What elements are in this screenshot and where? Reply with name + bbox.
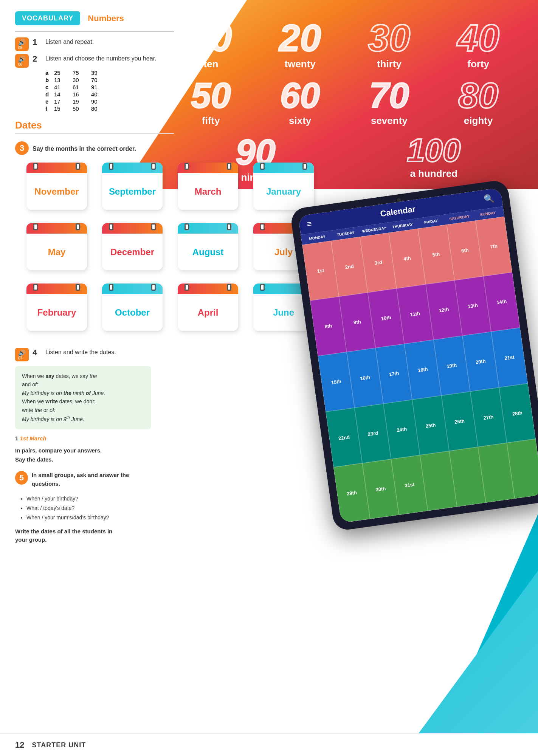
- cal-ring: [33, 163, 38, 170]
- write-instructions: Write the dates of all the students in y…: [15, 527, 151, 544]
- ex2-num: 2: [33, 54, 42, 64]
- dates-divider: [15, 133, 174, 134]
- month-january: January: [253, 163, 314, 210]
- table-row: f 15 50 80: [45, 105, 523, 112]
- ex5-questions: When / your birthday? What / today's dat…: [26, 494, 151, 523]
- exercise-5-section: 5 In small groups, ask and answer the qu…: [15, 471, 151, 544]
- ex2-text: Listen and choose the numbers you hear.: [45, 54, 157, 62]
- exercise-4-section: 🔊07 4 Listen and write the dates. When w…: [15, 348, 523, 544]
- table-row: d 14 16 40: [45, 91, 523, 98]
- cal-ring: [76, 163, 80, 170]
- ex1-text: Listen and repeat.: [45, 37, 94, 45]
- month-october: October: [102, 284, 163, 331]
- page-number: 12: [15, 740, 24, 750]
- vocab-header: VOCABULARY Numbers: [15, 11, 523, 25]
- list-item: When / your mum's/dad's birthday?: [26, 513, 151, 522]
- day-monday: MONDAY: [302, 232, 332, 242]
- tablet-device: ≡ Calendar 🔍 MONDAY TUESDAY WEDNESDAY TH…: [311, 193, 538, 533]
- dates-header: Dates: [15, 119, 523, 131]
- month-may: May: [26, 223, 87, 270]
- exercise-5-row: 5 In small groups, ask and answer the qu…: [15, 471, 151, 491]
- tablet-body: ≡ Calendar 🔍 MONDAY TUESDAY WEDNESDAY TH…: [290, 179, 538, 531]
- vocab-divider: [15, 31, 174, 32]
- exercise-2-row: 🔊06 2 Listen and choose the numbers you …: [15, 54, 523, 68]
- month-march: March: [178, 163, 238, 210]
- list-item: When / your birthday?: [26, 494, 151, 503]
- table-row: c 41 61 91: [45, 84, 523, 90]
- ex1-num: 1: [33, 37, 42, 47]
- numbers-table: a 25 75 39 b 13 30 70 c 41 61 91 d 14 16…: [45, 70, 523, 112]
- search-icon[interactable]: 🔍: [483, 193, 495, 204]
- pair-instructions: In pairs, compare your answers. Say the …: [15, 446, 151, 464]
- table-row: a 25 75 39: [45, 70, 523, 76]
- exercise-3-row: 3 Say the months in the correct order.: [15, 141, 523, 155]
- calendar-grid: 1st 2nd 3rd 4th 5th 6th 7th 8th 9th 10th…: [302, 216, 538, 523]
- ex3-text: Say the months in the correct order.: [33, 144, 136, 152]
- exercise-1-row: 🔊05 1 Listen and repeat.: [15, 37, 523, 51]
- speaker-icon-1[interactable]: 🔊05: [15, 37, 29, 51]
- month-february: February: [26, 284, 87, 331]
- unit-title: STARTER UNIT: [32, 741, 86, 749]
- table-row: e 17 19 90: [45, 98, 523, 105]
- ex4-left-panel: 🔊07 4 Listen and write the dates. When w…: [15, 348, 151, 544]
- vocab-badge: VOCABULARY: [15, 11, 80, 25]
- speaker-icon-4[interactable]: 🔊07: [15, 348, 29, 361]
- vocab-subtitle: Numbers: [88, 14, 124, 23]
- month-december: December: [102, 223, 163, 270]
- month-august: August: [178, 223, 238, 270]
- page-footer: 12 STARTER UNIT: [0, 733, 538, 756]
- day-tuesday: TUESDAY: [331, 229, 360, 238]
- speaker-icon-2[interactable]: 🔊06: [15, 54, 29, 68]
- day-friday: FRIDAY: [416, 217, 445, 226]
- day-thursday: THURSDAY: [388, 221, 417, 230]
- ex4-text: Listen and write the dates.: [45, 348, 116, 356]
- month-september: September: [102, 163, 163, 210]
- day-sunday: SUNDAY: [473, 209, 502, 218]
- day-saturday: SATURDAY: [445, 213, 474, 222]
- month-april: April: [178, 284, 238, 331]
- info-box: When we say dates, we say the and of: My…: [15, 366, 151, 429]
- ex4-num: 4: [33, 348, 42, 358]
- day-wednesday: WEDNESDAY: [360, 225, 389, 234]
- ex3-num: 3: [15, 141, 29, 155]
- ex5-num: 5: [15, 471, 28, 485]
- table-row: b 13 30 70: [45, 77, 523, 83]
- tablet-screen: ≡ Calendar 🔍 MONDAY TUESDAY WEDNESDAY TH…: [298, 187, 538, 523]
- exercise-4-row: 🔊07 4 Listen and write the dates.: [15, 348, 151, 361]
- ex4-answer: 1 1st March: [15, 435, 151, 442]
- list-item: What / today's date?: [26, 503, 151, 513]
- month-november: November: [26, 163, 87, 210]
- ex5-text: In small groups, ask and answer the ques…: [32, 471, 151, 488]
